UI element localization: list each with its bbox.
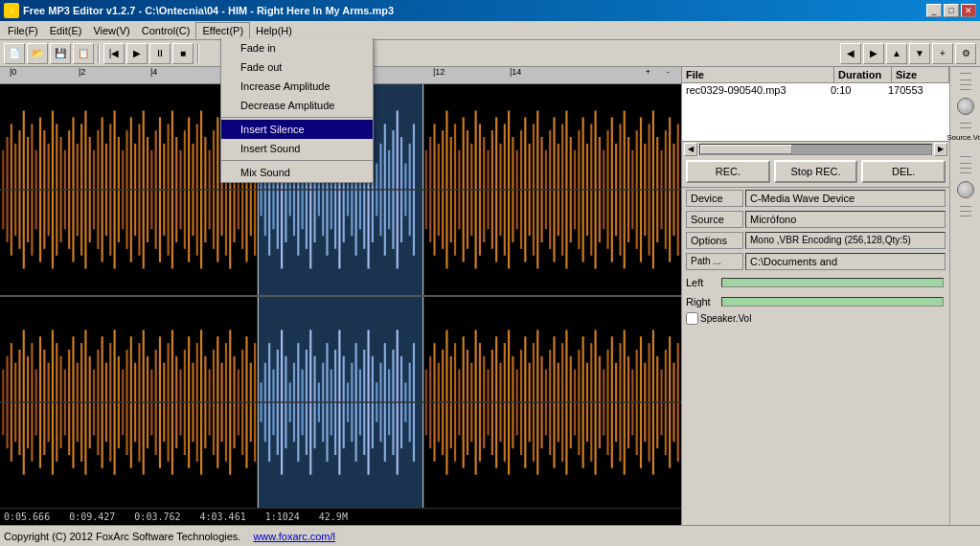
- vol-dash-7: [960, 156, 971, 157]
- file-row[interactable]: rec0329-090540.mp3 0:10 170553: [682, 83, 949, 97]
- time-6: 42.9M: [319, 512, 348, 522]
- menu-insert-sound[interactable]: Insert Sound: [221, 139, 373, 158]
- scrollbar-thumb[interactable]: [700, 145, 792, 154]
- file-list-header: File Duration Size: [682, 67, 949, 83]
- zoom-btn-2[interactable]: ▶: [863, 43, 884, 64]
- speaker-vol-label: Speaker.Vol: [700, 313, 751, 324]
- close-button[interactable]: ✕: [961, 4, 976, 17]
- scrollbar-track[interactable]: [699, 144, 932, 155]
- menu-mix-sound[interactable]: Mix Sound: [221, 163, 373, 182]
- vol-dash-1: [960, 73, 971, 74]
- zoom-out-btn[interactable]: ⚙: [955, 43, 976, 64]
- playback-vol-knob[interactable]: [957, 181, 974, 198]
- source-vol-text: Source.Vol: [946, 134, 980, 143]
- vol-dash-12: [960, 211, 971, 212]
- window-title: Free MP3 Editor v1.2.7 - C:\Ontecnia\04 …: [23, 5, 394, 16]
- menu-fade-in[interactable]: Fade in: [221, 38, 373, 57]
- rec-controls: REC. Stop REC. DEL.: [682, 156, 949, 188]
- save-as-button[interactable]: 📋: [73, 43, 94, 64]
- toolbar: 📄 📂 💾 📋 |◀ ▶ ⏸ ■ ◀ ▶ ▲ ▼ + ⚙: [0, 40, 980, 67]
- zoom-btn-3[interactable]: ▲: [886, 43, 907, 64]
- device-row: Device C-Media Wave Device: [682, 188, 949, 209]
- right-level-row: Right: [682, 293, 949, 310]
- ruler-zoom-minus[interactable]: -: [667, 67, 670, 77]
- minimize-button[interactable]: _: [926, 4, 942, 17]
- time-3: 0:03.762: [134, 512, 180, 522]
- separator-2: [197, 44, 199, 63]
- time-4: 4:03.461: [200, 512, 246, 522]
- path-label[interactable]: Path ...: [686, 253, 743, 270]
- menu-insert-silence[interactable]: Insert Silence: [221, 120, 373, 139]
- zoom-btn-1[interactable]: ◀: [840, 43, 861, 64]
- menu-control[interactable]: Control(C): [136, 23, 196, 38]
- save-button[interactable]: 💾: [50, 43, 71, 64]
- start-button[interactable]: |◀: [103, 43, 125, 64]
- maximize-button[interactable]: □: [944, 4, 959, 17]
- play-button[interactable]: ▶: [126, 43, 148, 64]
- title-bar: ♪ Free MP3 Editor v1.2.7 - C:\Ontecnia\0…: [0, 0, 980, 21]
- time-5: 1:1024: [265, 512, 300, 522]
- ruler-mark-12: |12: [433, 67, 444, 77]
- source-label: Source: [686, 211, 743, 228]
- menu-view[interactable]: View(V): [87, 23, 135, 38]
- device-value: C-Media Wave Device: [745, 190, 946, 207]
- right-panel: File Duration Size rec0329-090540.mp3 0:…: [681, 67, 949, 525]
- left-level-bar: [721, 278, 944, 287]
- vol-dash-8: [960, 163, 971, 164]
- menu-fade-out[interactable]: Fade out: [221, 57, 373, 77]
- menu-effect[interactable]: Effect(P): [195, 22, 250, 39]
- file-duration: 0:10: [831, 84, 888, 96]
- vol-dash-10: [960, 172, 971, 173]
- new-button[interactable]: 📄: [4, 43, 25, 64]
- menu-decrease-amplitude[interactable]: Decrease Amplitude: [221, 96, 373, 115]
- vol-dash-9: [960, 168, 971, 169]
- scroll-left-btn[interactable]: ◀: [684, 143, 697, 156]
- ruler-mark-0: |0: [10, 67, 16, 77]
- time-2: 0:09.427: [69, 512, 115, 522]
- effect-dropdown: Fade in Fade out Increase Amplitude Decr…: [220, 38, 374, 183]
- rec-button[interactable]: REC.: [686, 160, 770, 183]
- app-icon: ♪: [4, 3, 19, 18]
- path-row: Path ... C:\Documents and: [682, 251, 949, 272]
- toolbar-right: ◀ ▶ ▲ ▼ + ⚙: [840, 43, 976, 64]
- menu-increase-amplitude[interactable]: Increase Amplitude: [221, 77, 373, 96]
- status-bar: Copyright (C) 2012 FoxArc Software Techn…: [0, 525, 980, 546]
- waveform-bottom[interactable]: [0, 295, 681, 508]
- vol-dash-4: [960, 89, 971, 90]
- stop-rec-button[interactable]: Stop REC.: [774, 160, 858, 183]
- vol-dash-13: [960, 216, 971, 216]
- scroll-right-btn[interactable]: ▶: [934, 143, 947, 156]
- right-level-label: Right: [686, 296, 719, 307]
- menu-file[interactable]: File(F): [2, 23, 44, 38]
- ruler-mark-4: |4: [150, 67, 157, 77]
- open-button[interactable]: 📂: [27, 43, 48, 64]
- vol-dash-6: [960, 127, 971, 128]
- del-button[interactable]: DEL.: [861, 160, 946, 183]
- scrollbar-area: ◀ ▶: [682, 141, 949, 156]
- copyright-text: Copyright (C) 2012 FoxArc Software Techn…: [4, 531, 240, 542]
- file-list[interactable]: rec0329-090540.mp3 0:10 170553: [682, 83, 949, 141]
- source-vol-knob[interactable]: [957, 98, 974, 115]
- menu-edit[interactable]: Edit(E): [44, 23, 88, 38]
- path-value: C:\Documents and: [745, 253, 946, 270]
- menu-separator: [221, 117, 373, 118]
- zoom-in-btn[interactable]: +: [932, 43, 953, 64]
- separator-1: [98, 44, 100, 63]
- pause-button[interactable]: ⏸: [149, 43, 171, 64]
- zoom-btn-4[interactable]: ▼: [909, 43, 930, 64]
- vol-slider-panel: Source.Vol: [949, 67, 980, 525]
- source-row: Source Micrófono: [682, 209, 949, 230]
- waveform-bottom-svg: [0, 297, 681, 508]
- website-link[interactable]: www.foxarc.com/l: [248, 529, 340, 544]
- left-level-row: Left: [682, 274, 949, 291]
- stop-button[interactable]: ■: [172, 43, 194, 64]
- col-header-duration: Duration: [834, 67, 892, 82]
- menu-separator-2: [221, 160, 373, 161]
- options-value: Mono ,VBR Encoding (256,128,Qty:5): [745, 232, 946, 249]
- options-label: Options: [686, 232, 743, 249]
- menu-help[interactable]: Help(H): [250, 23, 298, 38]
- right-level-bar: [721, 297, 944, 307]
- left-level-label: Left: [686, 277, 719, 288]
- ruler-zoom-plus[interactable]: +: [646, 67, 650, 77]
- speaker-vol-checkbox[interactable]: [686, 312, 698, 325]
